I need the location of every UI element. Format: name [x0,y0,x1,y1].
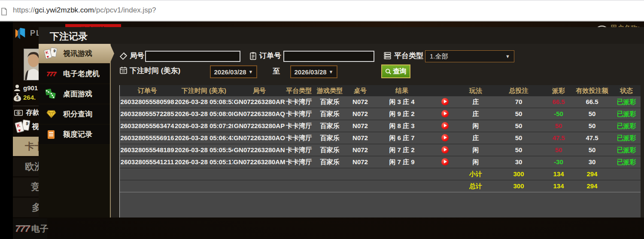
platform-type-value: 1.全部 [430,52,448,61]
document-icon [43,130,59,139]
table-row: 2603280555634742026-03-28 05:07:20GN0722… [120,120,641,132]
cell-valid-bet: 66.5 [572,96,612,107]
cell-status: 已派彩 [612,108,641,120]
summary-empty-cell [373,169,431,180]
column-header: 结果 [373,85,431,96]
round-number-label: 局号 [130,51,144,61]
deposit-button[interactable]: $ 存款 [14,108,39,117]
cell-game-type: 百家乐 [312,120,347,132]
date-to-select[interactable]: 2026/03/28 [290,65,337,78]
cell-play-type: 闲 [459,144,492,156]
summary-payout: 134 [545,181,572,192]
cell-order-no: 260328055563474 [120,120,175,132]
replay-button[interactable] [431,108,459,120]
column-header: 桌号 [347,85,373,96]
avatar [24,49,41,80]
cell-round-no: GN072263280AM [233,156,286,168]
summary-label: 小计 [459,169,492,180]
to-label: 至 [273,66,280,76]
cell-total-bet: 70 [492,96,545,107]
column-header: 下注时间 (美东) [175,85,233,96]
cell-valid-bet: 50 [572,120,612,132]
summary-valid-bet: 294 [572,181,612,192]
table-row: 2603280555481892026-03-28 05:05:54GN0722… [120,144,641,156]
slots-row[interactable]: 777 电子 [13,218,47,239]
cell-payout: 47.5 [545,132,572,144]
replay-button[interactable] [431,156,459,168]
cell-total-bet: 50 [492,132,545,144]
cell-order-no: 260328055556916 [120,132,175,144]
sidebar-item-video-games[interactable]: K♥9 视讯游戏 [39,44,114,63]
round-number-input[interactable] [145,51,240,62]
summary-empty-cell [120,181,175,192]
modal-sidebar: K♥9 视讯游戏 777 电子老虎机 桌面游戏 [39,44,111,218]
column-header: 局号 [233,85,286,96]
summary-empty-cell [612,181,641,192]
cell-game-type: 百家乐 [312,96,347,107]
cell-game-type: 百家乐 [312,144,347,156]
playing-cards-icon: K♥9 [43,48,59,59]
balance-row: $ 264. [13,93,36,102]
play-icon [441,98,449,105]
cell-round-no: GN072263280AQ [233,108,286,120]
money-bag-icon: $ [13,93,21,102]
table-row: 2603280555569162026-03-28 05:06:43GN0722… [120,132,641,144]
cell-platform: 卡卡湾厅 [286,96,312,107]
cell-result: 闲 6 庄 7 [373,132,431,144]
video-games-row[interactable]: K♥9 视 [16,121,39,132]
calendar-icon [119,66,128,74]
search-button[interactable]: 查询 [381,64,410,78]
url-text[interactable]: https://gci.ywi2mzbk.com/pc/pcv1/index.j… [13,6,156,15]
cell-table-no: N072 [347,132,373,144]
cell-total-bet: 50 [492,108,545,120]
cell-order-no: 260328055580598 [120,96,175,107]
sidebar-divider [110,44,111,218]
cell-table-no: N072 [347,156,373,168]
cell-order-no: 260328055548189 [120,144,175,156]
sidebar-item-quota-records[interactable]: 额度记录 [39,125,111,144]
bet-records-table: 订单号下注时间 (美东)局号平台类型游戏类型桌号结果玩法总投注派彩有效投注额状态… [119,85,641,218]
cell-valid-bet: 50 [572,108,612,120]
column-header: 有效投注额 [572,85,612,96]
total-row: 总计300134294 [120,181,641,193]
replay-button[interactable] [431,96,459,107]
summary-payout: 134 [545,169,572,180]
platform-type-label: 平台类型 [394,51,423,61]
column-header: 派彩 [545,85,572,96]
cell-valid-bet: 50 [572,144,612,156]
date-from-select[interactable]: 2026/03/28 [210,65,257,78]
magnifier-icon [385,68,392,75]
date-to-value: 2026/03/28 [295,68,327,76]
column-header: 总投注 [492,85,545,96]
sidebar-item-table-games[interactable]: 桌面游戏 [39,84,111,104]
platform-type-dropdown[interactable]: 1.全部 [425,50,514,62]
cell-round-no: GN072263280AP [233,120,286,132]
table-row: 2603280555412112026-03-28 05:05:17GN0722… [120,156,641,169]
browser-address-bar[interactable]: https://gci.ywi2mzbk.com/pc/pcv1/index.j… [0,0,644,21]
username-value: g901 [23,84,38,92]
cell-play-type: 闲 [459,120,492,132]
summary-empty-cell [175,181,233,192]
replay-button[interactable] [431,120,459,132]
user-icon [14,84,21,92]
summary-empty-cell [347,169,373,180]
cell-result: 闲 7 庄 2 [373,144,431,156]
cell-order-no: 260328055541211 [120,156,175,168]
play-icon [441,158,449,165]
cell-payout: -30 [545,156,572,168]
summary-total-bet: 300 [492,169,545,180]
cell-game-type: 百家乐 [312,132,347,144]
play-icon [441,146,449,153]
dice-icon [43,89,59,100]
cell-result: 闲 3 庄 4 [373,96,431,107]
replay-button[interactable] [431,132,459,144]
cell-round-no: GN072263280AO [233,132,286,144]
replay-button[interactable] [431,144,459,156]
svg-text:$: $ [16,96,19,101]
sidebar-item-points[interactable]: 积分查询 [39,104,111,124]
sidebar-item-slots[interactable]: 777 电子老虎机 [39,64,111,83]
cell-payout: -50 [545,108,572,120]
order-number-input[interactable] [283,51,374,62]
cell-order-no: 260328055572285 [120,108,175,120]
cash-icon: $ [14,109,24,116]
